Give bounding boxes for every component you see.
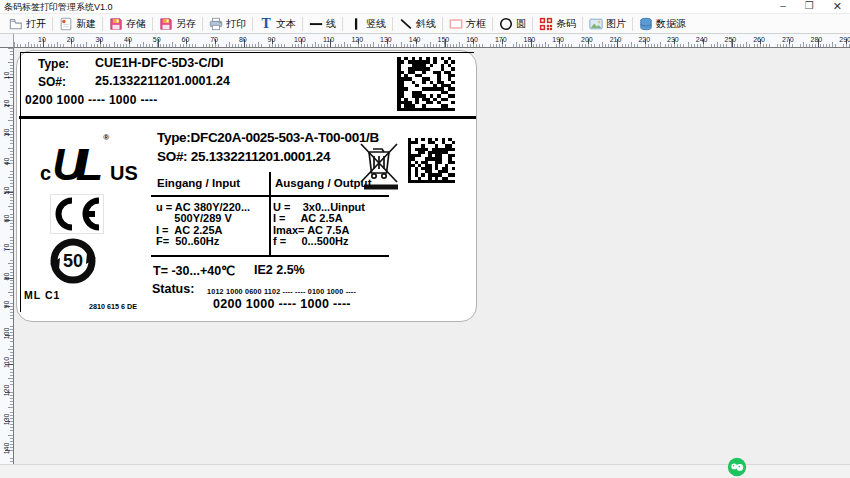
box-icon [449,17,463,31]
top-so-value[interactable]: 25.1332211201.0001.24 [95,74,230,88]
ruler-label: 20 [3,97,10,111]
input-header[interactable]: Eingang / Input [157,177,240,189]
toolbar-box-button[interactable]: 方框 [444,14,491,33]
ruler-label: 80 [239,36,247,43]
design-canvas[interactable]: Type: CUE1H-DFC-5D3-C/DI SO#: 25.1332211… [14,48,850,464]
toolbar-data-source-button[interactable]: 数据源 [634,14,691,33]
minimize-button[interactable]: – [780,0,786,12]
ul-us-text: US [110,163,138,183]
toolbar-text-label: 文本 [276,17,296,31]
ce-mark-logo[interactable] [50,194,104,234]
text-icon: T [259,17,273,31]
ruler-label: 130 [3,413,10,427]
ruler-label: 70 [3,240,10,254]
toolbar-save-as-button[interactable]: 另存 [154,14,201,33]
svg-text:50: 50 [63,251,83,271]
top-type-value[interactable]: CUE1H-DFC-5D3-C/DI [95,56,223,70]
ie-efficiency-line[interactable]: IE2 2.5% [254,263,305,277]
toolbar-image-button[interactable]: 图片 [584,14,631,33]
toolbar-circle-button[interactable]: 圆 [494,14,531,33]
top-code-line[interactable]: 0200 1000 ---- 1000 ---- [25,93,158,107]
toolbar-save-label: 存储 [126,17,146,31]
ruler-label: 290 [839,36,850,43]
toolbar-text-button[interactable]: T文本 [254,14,301,33]
horizontal-ruler: 1020304050607080901001101201301401501601… [14,34,850,48]
label-left-rule[interactable] [20,52,22,312]
ruler-label: 40 [3,154,10,168]
save-as-icon [159,17,173,31]
bottom-code-line[interactable]: 0200 1000 ---- 1000 ---- [213,297,351,311]
label-top-rule[interactable] [20,52,474,53]
main-type-line[interactable]: Type:DFC20A-0025-503-A-T00-001/B [157,130,379,145]
ruler-label: 180 [524,36,536,43]
ruler-label: 110 [323,36,334,43]
ruler-corner [0,34,14,48]
toolbar-separator [302,17,303,31]
rohs-50-logo[interactable]: 50 [49,237,97,285]
ml-code[interactable]: ML C1 [24,289,60,301]
toolbar-save-button[interactable]: 存储 [104,14,151,33]
toolbar-separator [202,17,203,31]
data-source-icon [639,17,653,31]
ul-registered-symbol: ® [103,133,109,142]
circle-icon [499,17,513,31]
toolbar-print-button[interactable]: 打印 [204,14,251,33]
toolbar-save-as-label: 另存 [176,17,196,31]
label-artboard[interactable]: Type: CUE1H-DFC-5D3-C/DI SO#: 25.1332211… [16,50,477,322]
barcode-icon [539,17,553,31]
ruler-label: 70 [210,36,218,43]
ruler-label: 60 [3,212,10,226]
ruler-label: 200 [581,36,593,43]
output-header[interactable]: Ausgang / Output [275,177,371,189]
image-icon [589,17,603,31]
toolbar-circle-label: 圆 [516,17,526,31]
toolbar-separator [342,17,343,31]
ruler-label: 10 [3,68,10,82]
datamatrix-barcode-main[interactable] [408,138,455,183]
table-bottom-rule[interactable] [151,255,389,257]
ruler-label: 250 [724,36,736,43]
ruler-label: 120 [351,36,363,43]
ul-mark-text: UL [52,147,94,183]
close-button[interactable]: ✕ [833,0,842,12]
ruler-label: 140 [409,36,421,43]
ruler-label: 150 [437,36,449,43]
ruler-label: 110 [3,355,10,369]
toolbar-box-label: 方框 [466,17,486,31]
toolbar-diagonal-line-button[interactable]: 斜线 [394,14,441,33]
datamatrix-barcode-top[interactable] [397,57,455,111]
toolbar-barcode-button[interactable]: 条码 [534,14,581,33]
ruler-label: 270 [782,36,794,43]
toolbar-data-source-label: 数据源 [656,17,686,31]
maximize-button[interactable]: ❐ [805,0,814,12]
toolbar-line-label: 线 [326,17,336,31]
diagonal-line-icon [399,17,413,31]
toolbar-open-button[interactable]: 打开 [4,14,51,33]
window-controls: – ❐ ✕ [780,0,842,12]
ruler-label: 90 [3,298,10,312]
top-so-label[interactable]: SO#: [38,75,66,89]
main-so-line[interactable]: SO#: 25.1332211201.0001.24 [157,149,330,164]
toolbar-line-button[interactable]: 线 [304,14,341,33]
toolbar-new-button[interactable]: 新建 [54,14,101,33]
toolbar-barcode-label: 条码 [556,17,576,31]
spec-row: f = 0...500Hz [273,236,365,247]
ruler-label: 60 [182,36,190,43]
ruler-label: 140 [3,441,10,455]
input-rows[interactable]: u = AC 380Y/220... 500Y/289 VI = AC 2.25… [156,202,250,248]
status-label[interactable]: Status: [152,282,194,296]
ul-certification-logo[interactable]: c UL ® US [27,133,151,183]
toolbar-separator [532,17,533,31]
floating-assistant-button[interactable] [727,457,747,477]
column-divider[interactable] [269,172,271,257]
statusbar [0,464,850,478]
section-divider-rule[interactable] [19,116,476,119]
ruler-label: 160 [466,36,478,43]
top-type-label[interactable]: Type: [38,57,69,71]
toolbar-vertical-line-button[interactable]: 竖线 [344,14,391,33]
print-code[interactable]: 2810 615 6 DE [89,302,137,311]
output-rows[interactable]: U = 3x0...UinputI = AC 2.5AImax= AC 7.5A… [273,202,365,248]
temperature-line[interactable]: T= -30...+40℃ [153,263,235,278]
status-codes[interactable]: 1012 1000 0600 1102 ---- ---- 0100 1000 … [207,287,356,296]
ruler-label: 190 [552,36,564,43]
